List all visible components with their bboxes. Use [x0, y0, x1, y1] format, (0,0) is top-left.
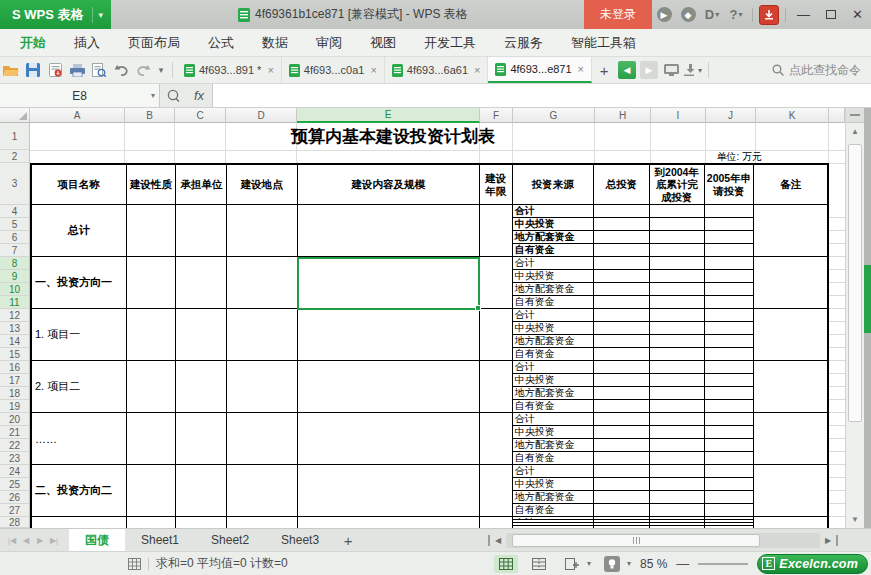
prev-tab-icon[interactable]: ◀: [618, 61, 636, 79]
funding-source-cell[interactable]: 自有资金: [513, 400, 594, 412]
funding-source-cell[interactable]: 自有资金: [513, 348, 594, 360]
menu-公式[interactable]: 公式: [194, 29, 248, 57]
menu-云服务[interactable]: 云服务: [490, 29, 557, 57]
remark-cell[interactable]: [754, 413, 827, 464]
value-cell[interactable]: [594, 504, 649, 516]
data-cell[interactable]: [480, 257, 513, 308]
value-cell[interactable]: [705, 348, 754, 360]
tips-bulb-icon[interactable]: [600, 555, 624, 573]
value-cell[interactable]: [705, 452, 754, 464]
project-name-cell[interactable]: 2. 项目二: [32, 361, 127, 412]
data-cell[interactable]: [127, 413, 177, 464]
value-cell[interactable]: [705, 400, 754, 412]
screen-share-icon[interactable]: [660, 57, 682, 83]
table-header-cell[interactable]: 2005年申请投资: [705, 165, 755, 204]
value-cell[interactable]: [650, 452, 704, 464]
funding-source-cell[interactable]: 中央投资: [513, 426, 594, 439]
save-icon[interactable]: [22, 57, 44, 83]
funding-source-cell[interactable]: 中央投资: [513, 218, 594, 231]
row-header-23[interactable]: 23: [0, 452, 29, 465]
name-box-dropdown-icon[interactable]: ▾: [151, 91, 155, 100]
row-header-10[interactable]: 10: [0, 283, 29, 296]
value-cell[interactable]: [594, 387, 649, 400]
value-cell[interactable]: [650, 439, 704, 452]
select-all-corner[interactable]: [0, 108, 30, 123]
funding-source-cell[interactable]: 中央投资: [513, 270, 594, 283]
table-header-cell[interactable]: 建设年限: [480, 165, 513, 204]
value-cell[interactable]: [650, 335, 704, 348]
value-cell[interactable]: [594, 413, 649, 426]
value-cell[interactable]: [705, 491, 754, 504]
table-header-cell[interactable]: 承担单位: [176, 165, 227, 204]
value-cell[interactable]: [705, 205, 754, 218]
data-cell[interactable]: [480, 361, 513, 412]
value-cell[interactable]: [650, 504, 704, 516]
funding-source-cell[interactable]: 地方配套资金: [513, 231, 594, 244]
remark-cell[interactable]: [754, 517, 827, 528]
prev-sheet-icon[interactable]: ◀: [19, 529, 33, 551]
project-name-cell[interactable]: 一、投资方向一: [32, 257, 127, 308]
row-header-9[interactable]: 9: [0, 270, 29, 283]
value-cell[interactable]: [650, 309, 704, 322]
last-sheet-icon[interactable]: ▶|: [47, 529, 61, 551]
data-cell[interactable]: [127, 361, 177, 412]
value-cell[interactable]: [594, 218, 649, 231]
data-cell[interactable]: [480, 205, 513, 256]
value-cell[interactable]: [650, 283, 704, 296]
minimize-button[interactable]: —: [790, 0, 817, 29]
normal-view-icon[interactable]: [494, 555, 518, 573]
community-icon[interactable]: ▶: [652, 0, 676, 29]
row-header-7[interactable]: 7: [0, 244, 29, 257]
view-dropdown-icon[interactable]: ▾: [587, 559, 591, 568]
horizontal-scroll-track[interactable]: [506, 533, 820, 548]
open-icon[interactable]: [0, 57, 22, 83]
table-header-cell[interactable]: 建设性质: [127, 165, 177, 204]
data-cell[interactable]: [298, 465, 480, 516]
value-cell[interactable]: [705, 335, 754, 348]
value-cell[interactable]: [594, 231, 649, 244]
row-header-22[interactable]: 22: [0, 439, 29, 452]
funding-source-cell[interactable]: 地方配套资金: [513, 491, 594, 504]
update-download-icon[interactable]: [757, 0, 781, 29]
value-cell[interactable]: [594, 309, 649, 322]
row-header-19[interactable]: 19: [0, 400, 29, 413]
row-header-13[interactable]: 13: [0, 322, 29, 335]
page-break-view-icon[interactable]: [527, 555, 551, 573]
value-cell[interactable]: [650, 413, 704, 426]
column-header-K[interactable]: K: [756, 108, 829, 123]
remark-cell[interactable]: [754, 257, 827, 308]
data-cell[interactable]: [227, 309, 298, 360]
value-cell[interactable]: [705, 231, 754, 244]
scroll-left-icon[interactable]: ◀: [490, 536, 506, 545]
data-cell[interactable]: [176, 205, 227, 256]
data-cell[interactable]: [176, 361, 227, 412]
row-header-5[interactable]: 5: [0, 218, 29, 231]
row-header-6[interactable]: 6: [0, 231, 29, 244]
table-header-cell[interactable]: 备注: [754, 165, 827, 204]
value-cell[interactable]: [594, 335, 649, 348]
data-cell[interactable]: [298, 205, 480, 256]
menu-智能工具箱[interactable]: 智能工具箱: [557, 29, 650, 57]
data-cell[interactable]: [480, 413, 513, 464]
funding-source-cell[interactable]: 地方配套资金: [513, 387, 594, 400]
value-cell[interactable]: [594, 361, 649, 374]
page-layout-view-icon[interactable]: [560, 555, 584, 573]
data-cell[interactable]: [298, 413, 480, 464]
data-cell[interactable]: [176, 413, 227, 464]
help-icon[interactable]: ?▾: [724, 0, 748, 29]
sheet-title-cell[interactable]: 预算内基本建设投资计划表: [30, 123, 756, 150]
value-cell[interactable]: [650, 491, 704, 504]
value-cell[interactable]: [705, 439, 754, 452]
value-cell[interactable]: [705, 361, 754, 374]
close-tab-icon[interactable]: ×: [474, 64, 480, 76]
excelcn-logo[interactable]: E Excelcn.com: [757, 554, 868, 574]
data-cell[interactable]: [298, 309, 480, 360]
close-tab-icon[interactable]: ×: [370, 64, 376, 76]
scroll-up-icon[interactable]: ▲: [846, 123, 864, 140]
toolbar-more-icon[interactable]: ▾: [154, 57, 168, 83]
funding-source-cell[interactable]: 合计: [513, 309, 594, 322]
project-name-cell[interactable]: ……: [32, 413, 127, 464]
value-cell[interactable]: [705, 283, 754, 296]
funding-source-cell[interactable]: 地方配套资金: [513, 335, 594, 348]
value-cell[interactable]: [594, 205, 649, 218]
